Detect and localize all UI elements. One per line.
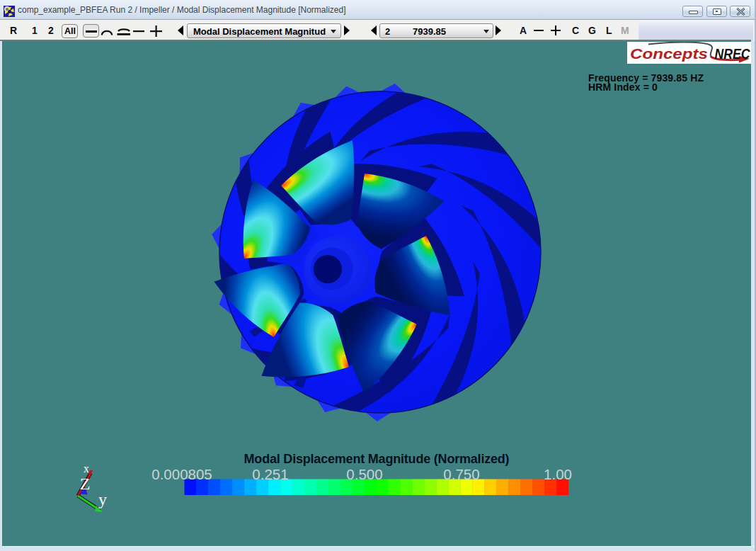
svg-text:1.00: 1.00 bbox=[544, 466, 572, 482]
svg-text:Modal Displacement Magnitude (: Modal Displacement Magnitude (Normalized… bbox=[244, 452, 510, 466]
svg-text:NREC: NREC bbox=[715, 46, 750, 62]
svg-text:x: x bbox=[84, 462, 89, 475]
svg-text:0.500: 0.500 bbox=[346, 466, 382, 482]
svg-text:Concepts: Concepts bbox=[630, 46, 708, 62]
svg-text:0.251: 0.251 bbox=[252, 466, 288, 482]
svg-text:0.750: 0.750 bbox=[443, 466, 479, 482]
svg-text:0.000805: 0.000805 bbox=[151, 466, 212, 482]
svg-text:y: y bbox=[98, 490, 107, 509]
svg-text:Z: Z bbox=[80, 475, 91, 493]
